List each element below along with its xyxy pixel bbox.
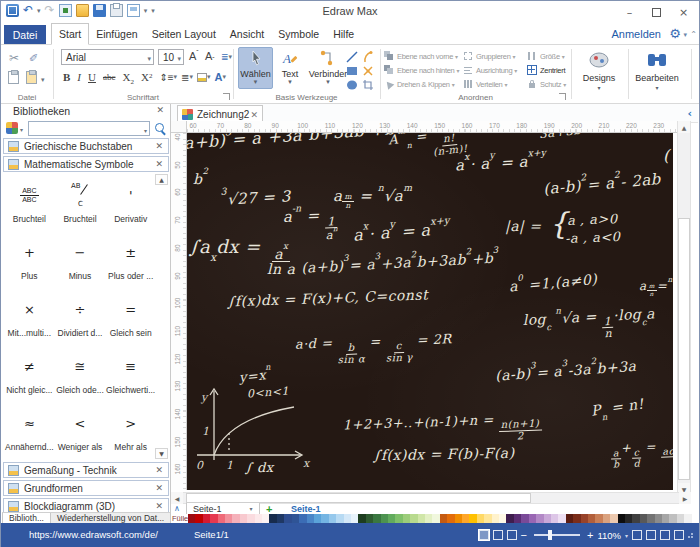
palette-swatch[interactable] bbox=[647, 514, 654, 523]
symbol-bruchteil[interactable]: ABCBruchteil bbox=[55, 173, 106, 230]
scroll-right-icon[interactable]: ▶ bbox=[679, 492, 691, 504]
symbol-plus[interactable]: +Plus bbox=[4, 230, 55, 287]
palette-swatch[interactable] bbox=[492, 514, 499, 523]
bold-icon[interactable]: B bbox=[63, 71, 70, 83]
palette-swatch[interactable] bbox=[484, 514, 491, 523]
palette-swatch[interactable] bbox=[536, 514, 543, 523]
palette-swatch[interactable] bbox=[292, 514, 299, 523]
view-normal-icon[interactable] bbox=[479, 530, 489, 540]
drawing-board[interactable]: y 1 0 1 x (a+b)3= a3+3a2b+3ab2+b3Amn = n… bbox=[187, 133, 673, 490]
superscript-icon[interactable]: X2 bbox=[141, 71, 152, 83]
palette-swatch[interactable] bbox=[373, 514, 380, 523]
symbols-scroll-down-icon[interactable]: ▼ bbox=[155, 448, 168, 459]
search-input[interactable]: ▾ bbox=[28, 121, 150, 136]
panel-close-icon[interactable]: ✕ bbox=[156, 105, 164, 115]
palette-swatch[interactable] bbox=[595, 514, 602, 523]
library-close-icon[interactable]: ✕ bbox=[155, 159, 163, 169]
font-name-select[interactable]: Arial▾ bbox=[61, 49, 154, 65]
fit-window-icon[interactable] bbox=[632, 530, 642, 540]
tab-hilfe[interactable]: Hilfe bbox=[326, 23, 361, 45]
subscript-icon[interactable]: X2 bbox=[122, 71, 133, 83]
strikethrough-icon[interactable]: abc bbox=[103, 72, 116, 82]
vertical-scroll-thumb[interactable] bbox=[678, 218, 690, 480]
symbol-mehrals[interactable]: >Mehr als bbox=[105, 401, 156, 458]
palette-swatch[interactable] bbox=[284, 514, 291, 523]
grid-icon[interactable] bbox=[674, 530, 684, 540]
view-page-icon[interactable] bbox=[507, 530, 517, 540]
palette-swatch[interactable] bbox=[566, 514, 573, 523]
symbol-gleichwerti[interactable]: ≡Gleichwerti... bbox=[105, 344, 156, 401]
page-tab[interactable]: Seite-1▾ bbox=[186, 503, 260, 514]
palette-swatch[interactable] bbox=[432, 514, 439, 523]
palette-swatch[interactable] bbox=[403, 514, 410, 523]
search-icon[interactable] bbox=[154, 122, 166, 134]
paragraph-icon[interactable]: ≣▾ bbox=[221, 52, 232, 62]
palette-swatch[interactable] bbox=[558, 514, 565, 523]
palette-swatch[interactable] bbox=[677, 514, 684, 523]
palette-swatch[interactable] bbox=[210, 514, 217, 523]
zoom-slider[interactable] bbox=[534, 534, 580, 536]
palette-swatch[interactable] bbox=[425, 514, 432, 523]
palette-swatch[interactable] bbox=[307, 514, 314, 523]
format-painter-icon[interactable]: ✐ bbox=[29, 52, 38, 65]
library-close-icon[interactable]: ✕ bbox=[155, 501, 163, 511]
anordnen-gruppieren[interactable]: Gruppieren▾ bbox=[463, 50, 515, 62]
ribbon-collapse-icon[interactable]: ⌃ bbox=[690, 30, 697, 39]
library-menu-icon[interactable] bbox=[6, 122, 18, 134]
line-tool-icon[interactable] bbox=[345, 50, 358, 63]
italic-icon[interactable]: I bbox=[77, 71, 81, 83]
palette-swatch[interactable] bbox=[669, 514, 676, 523]
palette-swatch[interactable] bbox=[618, 514, 625, 523]
symbol-wenigerals[interactable]: <Weniger als bbox=[55, 401, 106, 458]
anordnen-schutz[interactable]: Schutz▾ bbox=[527, 78, 566, 90]
tool-whlen[interactable]: Wählen▼ bbox=[238, 47, 273, 89]
palette-swatch[interactable] bbox=[640, 514, 647, 523]
freeform-tool-icon[interactable] bbox=[361, 64, 374, 77]
symbol-bruchteil[interactable]: ABCABCBruchteil bbox=[4, 173, 55, 230]
magnifier-icon[interactable] bbox=[660, 530, 670, 540]
signin-link[interactable]: Anmelden bbox=[611, 23, 661, 45]
tab-einf-gen[interactable]: Einfügen bbox=[89, 23, 144, 45]
zoom-in-icon[interactable]: + bbox=[587, 529, 593, 541]
close-button[interactable]: × bbox=[670, 1, 697, 23]
palette-swatch[interactable] bbox=[218, 514, 225, 523]
symbol-plusoder[interactable]: ±Plus oder ... bbox=[105, 230, 156, 287]
library-section-mathematische-symbole[interactable]: Mathematische Symbole✕ bbox=[3, 156, 169, 172]
anordnen-grö-e[interactable]: Größe▾ bbox=[527, 50, 564, 62]
anordnen-zentriert[interactable]: Zentriert bbox=[527, 64, 565, 76]
palette-swatch[interactable] bbox=[247, 514, 254, 523]
palette-swatch[interactable] bbox=[588, 514, 595, 523]
library-close-icon[interactable]: ✕ bbox=[155, 465, 163, 475]
tab-start[interactable]: Start bbox=[51, 23, 89, 45]
palette-swatch[interactable] bbox=[529, 514, 536, 523]
panel-footer-tab-bibliothek[interactable]: Biblioth... bbox=[2, 513, 51, 523]
palette-swatch[interactable] bbox=[455, 514, 462, 523]
designs-button[interactable]: Designs ▾ bbox=[575, 48, 623, 98]
palette-swatch[interactable] bbox=[366, 514, 373, 523]
palette-swatch[interactable] bbox=[410, 514, 417, 523]
palette-swatch[interactable] bbox=[632, 514, 639, 523]
palette-swatch[interactable] bbox=[506, 514, 513, 523]
palette-swatch[interactable] bbox=[299, 514, 306, 523]
palette-swatch[interactable] bbox=[521, 514, 528, 523]
palette-swatch[interactable] bbox=[277, 514, 284, 523]
symbols-scroll-up-icon[interactable]: ▲ bbox=[155, 174, 168, 185]
palette-swatch[interactable] bbox=[544, 514, 551, 523]
palette-swatch[interactable] bbox=[329, 514, 336, 523]
palette-swatch[interactable] bbox=[462, 514, 469, 523]
symbol-dividiertd[interactable]: ÷Dividiert d... bbox=[55, 287, 106, 344]
palette-swatch[interactable] bbox=[262, 514, 269, 523]
maximize-button[interactable] bbox=[643, 1, 670, 23]
palette-swatch[interactable] bbox=[358, 514, 365, 523]
zoom-level[interactable]: 110% bbox=[597, 530, 621, 541]
rectangle-tool-icon[interactable] bbox=[345, 64, 358, 77]
increase-font-icon[interactable]: Aˆ bbox=[189, 50, 199, 62]
pan-zoom-icon[interactable] bbox=[646, 530, 656, 540]
palette-swatch[interactable] bbox=[625, 514, 632, 523]
tab-datei[interactable]: Datei bbox=[4, 25, 46, 44]
anordnen-ebene-nach-hinten[interactable]: Ebene nach hinten▾ bbox=[384, 64, 459, 76]
scroll-left-icon[interactable]: ◀ bbox=[171, 492, 183, 504]
palette-swatch[interactable] bbox=[255, 514, 262, 523]
palette-swatch[interactable] bbox=[447, 514, 454, 523]
schriftart-dialog-launcher[interactable] bbox=[223, 93, 230, 100]
